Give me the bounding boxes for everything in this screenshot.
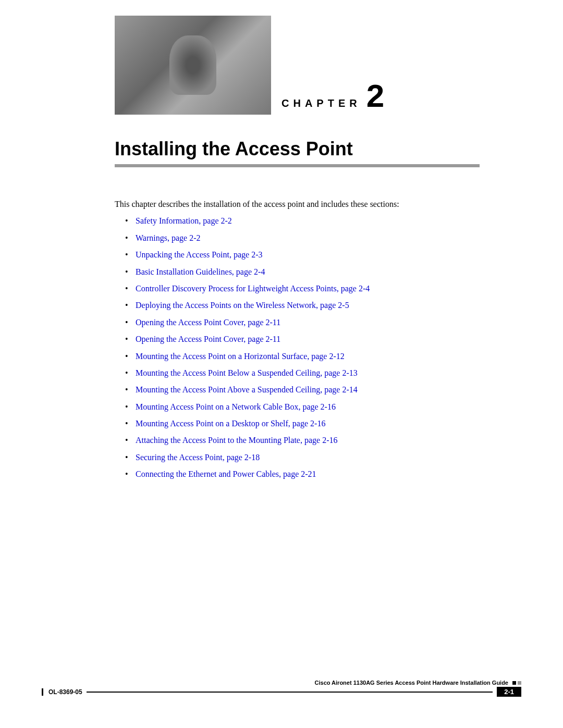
list-item: Attaching the Access Point to the Mounti… — [125, 435, 480, 446]
list-item: Securing the Access Point, page 2-18 — [125, 452, 480, 463]
intro-text: This chapter describes the installation … — [115, 199, 480, 210]
title-rule — [115, 164, 480, 167]
footer-bottom: OL-8369-05 2-1 — [42, 687, 521, 697]
square-icon — [518, 681, 521, 685]
section-link[interactable]: Unpacking the Access Point, page 2-3 — [136, 250, 263, 259]
list-item: Opening the Access Point Cover, page 2-1… — [125, 334, 480, 345]
section-link-list: Safety Information, page 2-2 Warnings, p… — [125, 215, 480, 480]
list-item: Mounting Access Point on a Desktop or Sh… — [125, 418, 480, 429]
list-item: Safety Information, page 2-2 — [125, 215, 480, 227]
section-link[interactable]: Controller Discovery Process for Lightwe… — [136, 284, 370, 293]
footer-doc-title: Cisco Aironet 1130AG Series Access Point… — [315, 680, 512, 686]
section-link[interactable]: Opening the Access Point Cover, page 2-1… — [136, 335, 280, 343]
list-item: Basic Installation Guidelines, page 2-4 — [125, 266, 480, 278]
section-link[interactable]: Securing the Access Point, page 2-18 — [136, 453, 260, 462]
section-link[interactable]: Connecting the Ethernet and Power Cables… — [136, 470, 316, 478]
list-item: Mounting the Access Point on a Horizonta… — [125, 351, 480, 362]
chapter-label-block: CHAPTER 2 — [282, 80, 384, 115]
section-link[interactable]: Basic Installation Guidelines, page 2-4 — [136, 267, 265, 276]
section-link[interactable]: Mounting the Access Point Below a Suspen… — [136, 368, 358, 377]
section-link[interactable]: Mounting Access Point on a Desktop or Sh… — [136, 419, 325, 428]
list-item: Controller Discovery Process for Lightwe… — [125, 283, 480, 294]
page-footer: Cisco Aironet 1130AG Series Access Point… — [42, 680, 521, 697]
chapter-number: 2 — [366, 80, 384, 112]
section-link[interactable]: Warnings, page 2-2 — [136, 233, 200, 242]
list-item: Mounting the Access Point Below a Suspen… — [125, 367, 480, 379]
list-item: Warnings, page 2-2 — [125, 232, 480, 244]
section-link[interactable]: Deploying the Access Points on the Wirel… — [136, 301, 349, 310]
square-icon — [512, 681, 516, 685]
title-section: Installing the Access Point — [115, 138, 480, 167]
list-item: Mounting the Access Point Above a Suspen… — [125, 384, 480, 396]
list-item: Deploying the Access Points on the Wirel… — [125, 300, 480, 311]
chapter-photo — [115, 16, 271, 115]
chapter-label: CHAPTER — [282, 97, 361, 109]
section-link[interactable]: Mounting the Access Point Above a Suspen… — [136, 385, 358, 394]
section-link[interactable]: Mounting Access Point on a Network Cable… — [136, 402, 336, 411]
section-link[interactable]: Opening the Access Point Cover, page 2-1… — [136, 318, 280, 327]
list-item: Unpacking the Access Point, page 2-3 — [125, 249, 480, 261]
list-item: Opening the Access Point Cover, page 2-1… — [125, 317, 480, 328]
chapter-title: Installing the Access Point — [115, 138, 480, 164]
section-link[interactable]: Attaching the Access Point to the Mounti… — [136, 436, 338, 445]
list-item: Connecting the Ethernet and Power Cables… — [125, 468, 480, 480]
section-link[interactable]: Safety Information, page 2-2 — [136, 216, 232, 225]
section-link[interactable]: Mounting the Access Point on a Horizonta… — [136, 352, 345, 361]
footer-doc-id: OL-8369-05 — [42, 688, 82, 696]
list-item: Mounting Access Point on a Network Cable… — [125, 401, 480, 413]
page-number: 2-1 — [497, 687, 521, 697]
footer-squares — [512, 681, 521, 685]
footer-top: Cisco Aironet 1130AG Series Access Point… — [42, 680, 521, 686]
chapter-header: CHAPTER 2 — [42, 0, 521, 115]
footer-line — [87, 692, 493, 693]
